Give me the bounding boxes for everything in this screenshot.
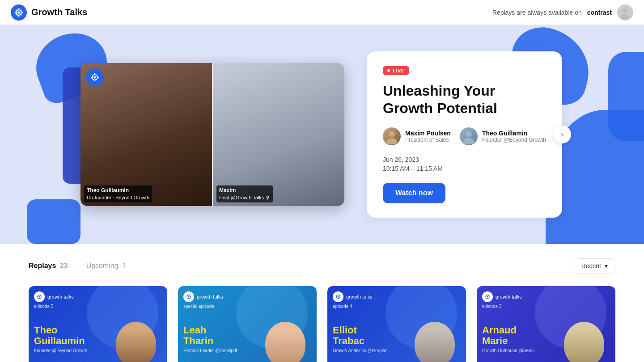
sort-chevron-icon: ▾ [605, 262, 608, 269]
svg-point-10 [94, 76, 96, 79]
replay-text: Replays are always available on [492, 9, 582, 16]
speaker-1-name: Maxim Poulsen [405, 130, 451, 137]
card-name-block-1: TheoGuillaumin Founder @Beyond Growth [34, 325, 87, 353]
video-label-left: Theo Guillaumin Co-founder · Beyond Grow… [84, 185, 152, 202]
card-logo-icon-4 [482, 291, 493, 302]
live-dot [387, 69, 390, 72]
face-circle-1 [116, 322, 156, 362]
card-name-block-4: ArnaudMarie Growth Outbound @Semji [482, 325, 534, 353]
face-sim-3 [403, 295, 466, 362]
speaker-2-name: Theo Guillamin [482, 130, 546, 137]
header-brand: Growth Talks [11, 4, 87, 21]
tab-upcoming[interactable]: Upcoming 1 [86, 262, 126, 270]
upcoming-count: 1 [122, 262, 126, 269]
live-badge: LIVE [383, 66, 409, 75]
svg-point-15 [389, 131, 395, 137]
app-title: Growth Talks [31, 7, 87, 17]
video-half-left: Theo Guillaumin Co-founder · Beyond Grow… [80, 63, 212, 206]
face-circle-4 [564, 322, 604, 362]
card-logo-1: growth talks [34, 291, 74, 302]
card-name-block-2: LeahTharin Product Leader @Smallpdf [183, 325, 237, 353]
person-left-fill [80, 63, 212, 206]
header-replay-info: Replays are always available on contrast [492, 4, 633, 21]
card-person-name-3: ElliotTrabac [333, 325, 387, 346]
card-face-2 [254, 295, 317, 362]
card-logo-icon-1 [34, 291, 45, 302]
card-episode-label-3: episode 4 [333, 304, 352, 309]
card-thumbnail-3: growth talks episode 4 ElliotTrabac Grow… [327, 286, 466, 362]
replays-count: 23 [60, 262, 68, 269]
app-logo-icon [11, 4, 27, 21]
person-right-fill [213, 63, 344, 206]
card-face-4 [553, 295, 615, 362]
contrast-link[interactable]: contrast [587, 9, 612, 16]
speaker-1-info: Maxim Poulsen President of Sales [405, 130, 451, 143]
card-logo-text-3: growth talks [346, 294, 373, 299]
sort-button[interactable]: Recent ▾ [574, 258, 615, 274]
episode-card-2[interactable]: growth talks special episode LeahTharin … [178, 286, 317, 362]
svg-point-2 [18, 11, 20, 13]
speaker-2-avatar [460, 127, 478, 145]
card-thumbnail-2: growth talks special episode LeahTharin … [178, 286, 317, 362]
hero-section: Theo Guillaumin Co-founder · Beyond Grow… [0, 25, 644, 244]
speaker-1-avatar [383, 127, 401, 145]
episode-card-3[interactable]: growth talks episode 4 ElliotTrabac Grow… [327, 286, 466, 362]
card-person-name-4: ArnaudMarie [482, 325, 534, 346]
card-logo-text-2: growth talks [197, 294, 223, 299]
card-logo-text-1: growth talks [47, 294, 74, 299]
speaker-2-info: Theo Guillamin Founder @Beyond Growth [482, 130, 546, 143]
card-person-name-2: LeahTharin [183, 325, 237, 346]
video-stack: Theo Guillaumin Co-founder · Beyond Grow… [80, 59, 349, 210]
video-player[interactable]: Theo Guillaumin Co-founder · Beyond Grow… [80, 63, 344, 206]
card-logo-icon-3 [333, 291, 343, 302]
face-circle-3 [415, 322, 455, 362]
watch-now-button[interactable]: Watch now [383, 183, 445, 203]
face-sim-1 [105, 295, 167, 362]
card-face-3 [403, 295, 466, 362]
card-logo-icon-2 [183, 291, 194, 302]
episodes-grid: growth talks episode 5 TheoGuillaumin Fo… [29, 286, 615, 362]
tab-replays[interactable]: Replays 23 [29, 262, 68, 270]
app-header: Growth Talks Replays are always availabl… [0, 0, 644, 25]
svg-point-26 [487, 296, 488, 298]
session-time: 10:15 AM – 11:15 AM [383, 165, 546, 172]
user-avatar[interactable] [617, 4, 633, 21]
card-episode-label-2: special episode [183, 304, 214, 309]
speaker-1-role: President of Sales [405, 137, 451, 143]
next-session-arrow[interactable]: › [553, 126, 571, 143]
sort-label: Recent [581, 262, 601, 269]
card-episode-label-1: episode 5 [34, 304, 53, 309]
card-logo-text-4: growth talks [496, 294, 522, 299]
svg-point-7 [623, 9, 627, 13]
card-person-role-2: Product Leader @Smallpdf [183, 348, 237, 353]
speaker-2: Theo Guillamin Founder @Beyond Growth [460, 127, 546, 145]
card-face-1 [105, 295, 167, 362]
speaker-2-role: Founder @Beyond Growth [482, 137, 546, 143]
card-episode-label-4: episode 3 [482, 304, 501, 309]
session-date: Jun 26, 2023 [383, 156, 546, 163]
card-logo-4: growth talks [482, 291, 522, 302]
card-person-name-1: TheoGuillaumin [34, 325, 87, 346]
face-sim-4 [553, 295, 615, 362]
bg-shape-5 [608, 52, 644, 141]
episode-card-1[interactable]: growth talks episode 5 TheoGuillaumin Fo… [29, 286, 167, 362]
content-section: Replays 23 Upcoming 1 Recent ▾ gr [0, 244, 644, 362]
session-info-card: LIVE Unleashing Your Growth Potential Ma… [367, 51, 562, 218]
card-person-role-4: Growth Outbound @Semji [482, 348, 534, 353]
episode-card-4[interactable]: growth talks episode 3 ArnaudMarie Growt… [477, 286, 615, 362]
speakers-list: Maxim Poulsen President of Sales Theo Gu… [383, 127, 546, 145]
video-label-right: Maxim Host @Growth Talks 🎙 [216, 185, 273, 202]
video-logo-overlay [86, 68, 104, 86]
tab-separator [77, 261, 77, 270]
svg-point-24 [338, 296, 339, 298]
hero-content: Theo Guillaumin Co-founder · Beyond Grow… [54, 51, 590, 218]
face-circle-2 [265, 322, 305, 362]
face-sim-2 [254, 295, 317, 362]
video-half-right: Maxim Host @Growth Talks 🎙 [213, 63, 344, 206]
card-thumbnail-4: growth talks episode 3 ArnaudMarie Growt… [477, 286, 615, 362]
svg-point-16 [386, 138, 397, 144]
card-person-role-1: Founder @Beyond Growth [34, 348, 87, 353]
card-thumbnail-1: growth talks episode 5 TheoGuillaumin Fo… [29, 286, 167, 362]
card-logo-2: growth talks [183, 291, 223, 302]
svg-point-8 [621, 14, 629, 19]
